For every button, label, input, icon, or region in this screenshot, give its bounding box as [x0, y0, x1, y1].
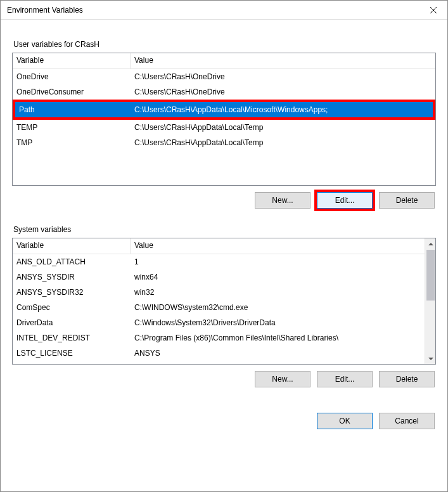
- table-row[interactable]: OneDrive C:\Users\CRasH\OneDrive: [13, 69, 435, 84]
- table-row-selected[interactable]: Path C:\Users\CRasH\AppData\Local\Micros…: [15, 102, 433, 117]
- cell-variable: DriverData: [13, 316, 131, 330]
- cell-value: win32: [131, 285, 425, 299]
- system-vars-listbox[interactable]: Variable Value ANS_OLD_ATTACH 1 ANSYS_SY…: [12, 238, 436, 365]
- cell-variable: TEMP: [13, 120, 131, 134]
- cell-value: C:\Program Files (x86)\Common Files\Inte…: [131, 331, 425, 345]
- ok-button[interactable]: OK: [317, 413, 373, 429]
- cancel-button[interactable]: Cancel: [379, 413, 435, 429]
- cell-value: winx64: [131, 270, 425, 284]
- scroll-up-icon[interactable]: [425, 238, 436, 249]
- table-row[interactable]: INTEL_DEV_REDIST C:\Program Files (x86)\…: [13, 330, 425, 346]
- table-row[interactable]: ANSYS_SYSDIR winx64: [13, 269, 425, 285]
- system-new-button[interactable]: New...: [255, 371, 310, 387]
- cell-variable: ANSYS_SYSDIR: [13, 270, 131, 284]
- cell-variable: ComSpec: [13, 301, 131, 314]
- user-vars-label: User variables for CRasH: [12, 40, 436, 49]
- svg-marker-2: [428, 243, 433, 245]
- system-vars-body: ANS_OLD_ATTACH 1 ANSYS_SYSDIR winx64 ANS…: [13, 254, 425, 364]
- table-row[interactable]: TMP C:\Users\CRasH\AppData\Local\Temp: [13, 135, 435, 150]
- user-vars-buttons: New... Edit... Delete: [12, 192, 436, 209]
- cell-variable: LSTC_LICENSE: [13, 346, 131, 360]
- user-vars-header: Variable Value: [13, 53, 435, 69]
- system-vars-header: Variable Value: [13, 238, 435, 254]
- cell-value: ANSYS: [131, 346, 425, 360]
- system-delete-button[interactable]: Delete: [379, 371, 435, 387]
- dialog-footer-buttons: OK Cancel: [12, 413, 436, 429]
- table-row[interactable]: LSTC_LICENSE ANSYS: [13, 346, 425, 361]
- close-icon: [430, 7, 437, 13]
- scroll-down-icon[interactable]: [425, 353, 436, 364]
- header-variable[interactable]: Variable: [13, 238, 131, 254]
- cell-variable: Path: [15, 103, 131, 117]
- highlight-path-row: Path C:\Users\CRasH\AppData\Local\Micros…: [13, 100, 435, 120]
- table-row[interactable]: ANS_OLD_ATTACH 1: [13, 254, 425, 269]
- svg-marker-3: [428, 358, 433, 360]
- cell-variable: ANSYS_SYSDIR32: [13, 285, 131, 299]
- user-vars-body: OneDrive C:\Users\CRasH\OneDrive OneDriv…: [13, 69, 435, 185]
- system-edit-button[interactable]: Edit...: [317, 371, 373, 387]
- cell-variable: INTEL_DEV_REDIST: [13, 331, 131, 345]
- dialog-content: User variables for CRasH Variable Value …: [1, 20, 447, 436]
- cell-value: %INTEL_DEV_REDIST%compiler\lib\mic: [131, 361, 425, 364]
- scroll-thumb[interactable]: [426, 250, 435, 301]
- close-button[interactable]: [419, 1, 447, 20]
- table-row[interactable]: MIC_LD_LIBRARY_PATH %INTEL_DEV_REDIST%co…: [13, 361, 425, 364]
- system-scrollbar[interactable]: [425, 238, 435, 364]
- user-edit-button[interactable]: Edit...: [317, 192, 373, 209]
- user-vars-listbox[interactable]: Variable Value OneDrive C:\Users\CRasH\O…: [12, 53, 436, 186]
- cell-variable: ANS_OLD_ATTACH: [13, 255, 131, 269]
- user-delete-button[interactable]: Delete: [379, 192, 435, 209]
- cell-variable: OneDriveConsumer: [13, 85, 131, 99]
- cell-value: C:\Users\CRasH\AppData\Local\Temp: [131, 136, 435, 150]
- header-value[interactable]: Value: [131, 238, 435, 254]
- table-row[interactable]: ComSpec C:\WINDOWS\system32\cmd.exe: [13, 300, 425, 315]
- table-row[interactable]: OneDriveConsumer C:\Users\CRasH\OneDrive: [13, 84, 435, 100]
- system-vars-label: System variables: [12, 225, 436, 234]
- cell-value: C:\Users\CRasH\AppData\Local\Temp: [131, 120, 435, 134]
- table-row[interactable]: ANSYS_SYSDIR32 win32: [13, 285, 425, 300]
- cell-value: 1: [131, 255, 425, 269]
- cell-value: C:\WINDOWS\system32\cmd.exe: [131, 301, 425, 314]
- system-vars-buttons: New... Edit... Delete: [12, 371, 436, 387]
- table-row[interactable]: TEMP C:\Users\CRasH\AppData\Local\Temp: [13, 120, 435, 135]
- table-row[interactable]: DriverData C:\Windows\System32\Drivers\D…: [13, 315, 425, 330]
- cell-variable: MIC_LD_LIBRARY_PATH: [13, 361, 131, 364]
- cell-variable: OneDrive: [13, 70, 131, 84]
- cell-value: C:\Users\CRasH\OneDrive: [131, 70, 435, 84]
- cell-value: C:\Users\CRasH\OneDrive: [131, 85, 435, 99]
- cell-value: C:\Windows\System32\Drivers\DriverData: [131, 316, 425, 330]
- user-new-button[interactable]: New...: [255, 192, 310, 209]
- cell-value: C:\Users\CRasH\AppData\Local\Microsoft\W…: [131, 103, 433, 117]
- header-variable[interactable]: Variable: [13, 53, 131, 68]
- titlebar: Environment Variables: [1, 1, 447, 20]
- cell-variable: TMP: [13, 136, 131, 150]
- header-value[interactable]: Value: [131, 53, 435, 68]
- titlebar-title: Environment Variables: [7, 6, 419, 15]
